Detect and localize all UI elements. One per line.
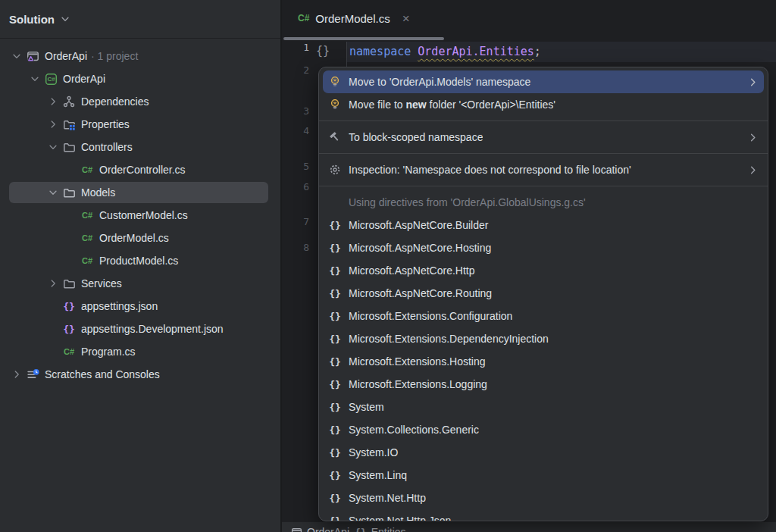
using-item[interactable]: {}System.Collections.Generic xyxy=(319,418,768,441)
line-number: 6 xyxy=(285,181,309,193)
using-item[interactable]: {}System xyxy=(319,396,768,418)
line-number: 2 xyxy=(285,64,309,77)
braces-icon: {} xyxy=(328,424,342,436)
breadcrumb-project[interactable]: OrderApi xyxy=(291,526,349,532)
keyword-token: namespace xyxy=(349,45,411,58)
using-item[interactable]: {}Microsoft.Extensions.DependencyInjecti… xyxy=(319,327,768,350)
tree-item-services[interactable]: Services xyxy=(0,272,279,295)
action-block-scoped-namespace[interactable]: To block-scoped namespace xyxy=(319,126,768,149)
tree-item-label: Scratches and Consoles xyxy=(45,368,160,380)
csharp-project-icon: C# xyxy=(44,73,58,85)
using-item[interactable]: {}System.IO xyxy=(319,441,768,464)
namespace-token: OrderApi.Entities xyxy=(418,45,534,58)
tab-ordermodel-cs[interactable]: C# OrderModel.cs × xyxy=(284,0,421,36)
folder-icon xyxy=(62,277,76,289)
tree-item-models[interactable]: Models xyxy=(0,181,279,204)
popup-separator xyxy=(319,153,768,154)
tree-item-controllers[interactable]: Controllers xyxy=(0,136,279,158)
chevron-right-icon[interactable] xyxy=(44,118,62,130)
gear-icon xyxy=(328,164,342,176)
chevron-right-icon[interactable] xyxy=(8,368,26,380)
csharp-file-icon: C# xyxy=(80,232,94,244)
tree-item-label: OrderController.cs xyxy=(99,164,186,176)
tree-item-label: appsettings.json xyxy=(81,300,158,312)
solution-explorer-panel: Solution OrderApi · 1 project xyxy=(0,0,282,532)
json-file-icon: {} xyxy=(62,300,76,312)
chevron-down-icon[interactable] xyxy=(60,14,70,24)
tree-item-label: OrderApi xyxy=(45,50,87,62)
braces-icon: {} xyxy=(328,265,342,277)
chevron-down-icon[interactable] xyxy=(44,186,62,199)
code-line-1[interactable]: namespace OrderApi.Entities; xyxy=(349,45,541,58)
chevron-down-icon[interactable] xyxy=(8,50,26,62)
using-item[interactable]: {}Microsoft.AspNetCore.Builder xyxy=(319,214,768,236)
tree-item-scratches-and-consoles[interactable]: Scratches and Consoles xyxy=(0,363,279,386)
line-number: 5 xyxy=(285,161,309,173)
tree-item-appsettings-json[interactable]: {} appsettings.json xyxy=(0,295,279,318)
action-label: Move to 'OrderApi.Models' namespace xyxy=(349,76,530,88)
tree-item-appsettings-development-json[interactable]: {} appsettings.Development.json xyxy=(0,318,279,340)
tree-item-ordermodel-cs[interactable]: C# OrderModel.cs xyxy=(0,227,279,249)
tree-item-project-orderapi[interactable]: C# OrderApi xyxy=(0,67,279,90)
action-move-to-namespace[interactable]: Move to 'OrderApi.Models' namespace xyxy=(323,70,764,93)
breadcrumb-namespace[interactable]: {} Entities xyxy=(355,526,406,532)
braces-icon: {} xyxy=(328,493,342,504)
tree-item-customermodel-cs[interactable]: C# CustomerModel.cs xyxy=(0,204,279,227)
chevron-right-icon[interactable] xyxy=(44,277,62,289)
tree-item-label: OrderModel.cs xyxy=(99,232,169,244)
solution-icon xyxy=(291,527,302,532)
semicolon-token: ; xyxy=(534,45,541,58)
breadcrumb-bar: OrderApi {} Entities xyxy=(282,521,776,532)
tree-item-ordercontroller-cs[interactable]: C# OrderController.cs xyxy=(0,158,279,181)
using-item[interactable]: {}System.Linq xyxy=(319,464,768,487)
action-label: Inspection: 'Namespace does not correspo… xyxy=(349,164,631,176)
using-item[interactable]: {}System.Net.Http xyxy=(319,487,768,509)
braces-icon: {} xyxy=(328,311,342,322)
lightbulb-icon xyxy=(328,76,342,88)
braces-icon: {} xyxy=(328,356,342,368)
chevron-right-icon xyxy=(747,164,759,176)
action-move-file-new-folder[interactable]: Move file to new folder '<OrderApi>\Enti… xyxy=(319,93,768,116)
tree-item-label: Program.cs xyxy=(81,346,136,358)
line-number: 4 xyxy=(285,125,309,137)
using-item[interactable]: {}Microsoft.AspNetCore.Routing xyxy=(319,282,768,305)
tree-item-solution-orderapi[interactable]: OrderApi · 1 project xyxy=(0,45,279,67)
tree-item-label: Properties xyxy=(81,118,130,130)
using-item[interactable]: {}Microsoft.Extensions.Configuration xyxy=(319,305,768,327)
tree-item-properties[interactable]: Properties xyxy=(0,113,279,136)
line-number: 7 xyxy=(285,216,309,228)
chevron-down-icon[interactable] xyxy=(44,141,62,153)
solution-icon xyxy=(26,50,39,62)
json-file-icon: {} xyxy=(62,323,76,335)
close-icon[interactable]: × xyxy=(402,12,410,25)
tree-item-program-cs[interactable]: C# Program.cs xyxy=(0,340,279,363)
scratches-icon xyxy=(26,368,39,380)
chevron-right-icon[interactable] xyxy=(44,95,62,108)
tree-item-secondary: · 1 project xyxy=(91,50,138,62)
chevron-right-icon xyxy=(747,77,759,88)
tree-item-label: appsettings.Development.json xyxy=(81,323,224,335)
braces-icon: {} xyxy=(328,243,342,254)
folder-icon xyxy=(62,186,76,199)
using-item[interactable]: {}System.Net.Http.Json xyxy=(319,509,768,521)
tree-item-label: Dependencies xyxy=(81,95,149,108)
using-item[interactable]: {}Microsoft.AspNetCore.Hosting xyxy=(319,236,768,259)
braces-icon: {} xyxy=(328,333,342,345)
ide-window: Solution OrderApi · 1 project xyxy=(0,0,776,532)
action-label: Move file to new folder '<OrderApi>\Enti… xyxy=(349,99,555,111)
braces-icon: {} xyxy=(328,220,342,231)
csharp-file-icon: C# xyxy=(80,164,94,176)
solution-panel-header[interactable]: Solution xyxy=(0,0,280,39)
tree-item-label: OrderApi xyxy=(63,73,105,85)
csharp-file-icon: C# xyxy=(80,209,94,221)
chevron-down-icon[interactable] xyxy=(26,73,44,85)
tree-item-dependencies[interactable]: Dependencies xyxy=(0,90,279,113)
using-item[interactable]: {}Microsoft.Extensions.Logging xyxy=(319,373,768,396)
using-item[interactable]: {}Microsoft.AspNetCore.Http xyxy=(319,259,768,282)
action-inspection-settings[interactable]: Inspection: 'Namespace does not correspo… xyxy=(319,158,768,181)
braces-icon: {} xyxy=(328,515,342,522)
editor-tab-bar: C# OrderModel.cs × xyxy=(282,0,776,41)
tree-item-label: Models xyxy=(81,186,115,199)
tree-item-productmodel-cs[interactable]: C# ProductModel.cs xyxy=(0,249,279,272)
using-item[interactable]: {}Microsoft.Extensions.Hosting xyxy=(319,350,768,373)
